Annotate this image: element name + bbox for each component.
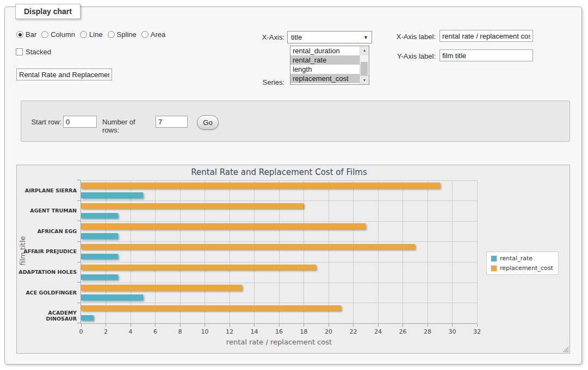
tick-mark (77, 262, 81, 262)
gridline (329, 180, 329, 323)
bar-replacement_cost[interactable] (81, 244, 415, 249)
stacked-checkbox-row[interactable]: Stacked (16, 48, 51, 56)
chart-title: Rental Rate and Replacement Cost of Film… (81, 167, 477, 177)
series-option-replacement_cost[interactable]: replacement_cost (290, 74, 360, 83)
radio-line[interactable] (80, 31, 87, 38)
resize-handle-icon[interactable] (562, 346, 569, 353)
gridline (81, 180, 477, 181)
x-axis-select[interactable]: title ▼ (287, 31, 372, 43)
bar-rental_rate[interactable] (81, 233, 118, 239)
x-tick-label: 0 (70, 328, 92, 335)
legend-item-rental_rate[interactable]: rental_rate (491, 255, 553, 262)
tick-mark (106, 324, 106, 327)
num-rows-input[interactable] (156, 116, 188, 128)
gridline (81, 283, 477, 283)
series-option-rental_duration[interactable]: rental_duration (290, 46, 360, 55)
gridline (81, 200, 477, 201)
x-tick-label: 16 (268, 328, 290, 335)
chart-type-radio-group: BarColumnLineSplineArea (16, 30, 165, 39)
num-rows-label: Number of rows: (102, 118, 153, 134)
radio-option-bar[interactable]: Bar (16, 30, 36, 39)
radio-label-line: Line (89, 30, 103, 39)
bar-rental_rate[interactable] (81, 315, 94, 321)
x-tick-label: 22 (343, 328, 364, 335)
radio-option-column[interactable]: Column (41, 30, 75, 39)
bar-rental_rate[interactable] (81, 254, 118, 259)
x-tick-label: 10 (194, 328, 216, 335)
gridline (403, 180, 403, 323)
series-scrollbar[interactable]: ▲ ▼ (360, 46, 369, 84)
gridline (477, 180, 478, 323)
start-row-input[interactable] (63, 116, 97, 128)
tick-mark (477, 324, 478, 327)
x-tick-label: 20 (318, 328, 339, 335)
gridline (254, 180, 255, 323)
tick-mark (378, 324, 379, 327)
bar-rental_rate[interactable] (81, 192, 143, 198)
legend-label: replacement_cost (500, 265, 553, 272)
gridline (155, 180, 156, 323)
tick-mark (304, 324, 304, 327)
gridline (205, 180, 205, 323)
chart-title-input[interactable] (16, 68, 112, 80)
radio-option-spline[interactable]: Spline (108, 30, 137, 39)
scroll-down-icon[interactable]: ▼ (360, 76, 369, 84)
category-label: ADAPTATION HOLES (17, 269, 77, 275)
series-option-rental_rate[interactable]: rental_rate (290, 55, 360, 65)
gridline (428, 180, 428, 323)
gridline (279, 180, 280, 323)
category-label: AGENT TRUMAN (17, 208, 77, 214)
gridline (106, 180, 106, 323)
go-button[interactable]: Go (197, 115, 219, 130)
tick-mark (77, 180, 81, 180)
gridline (81, 221, 477, 222)
x-tick-label: 6 (145, 328, 166, 335)
radio-spline[interactable] (108, 31, 115, 38)
radio-bar[interactable] (16, 31, 23, 38)
stacked-checkbox[interactable] (16, 48, 23, 55)
legend-swatch-replacement_cost (491, 265, 497, 272)
series-option-length[interactable]: length (290, 65, 360, 74)
category-label: AIRPLANE SIERRA (17, 187, 77, 193)
series-multiselect[interactable]: rental_durationrental_ratelengthreplacem… (290, 46, 369, 85)
gridline (131, 180, 131, 323)
scrollbar-thumb[interactable] (361, 62, 368, 76)
radio-column[interactable] (41, 31, 48, 38)
x-tick-label: 2 (95, 328, 117, 335)
category-label: AFFAIR PREJUDICE (17, 248, 77, 254)
legend-label: rental_rate (500, 255, 533, 262)
legend-item-replacement_cost[interactable]: replacement_cost (491, 265, 553, 272)
tick-mark (77, 200, 81, 201)
x-tick-label: 18 (293, 328, 315, 335)
series-field-label: Series: (242, 78, 284, 86)
tick-mark (205, 324, 205, 327)
x-tick-label: 26 (392, 328, 414, 335)
radio-option-line[interactable]: Line (80, 30, 103, 39)
bar-rental_rate[interactable] (81, 213, 118, 218)
category-label: AFRICAN EGG (17, 228, 77, 234)
x-tick-label: 12 (219, 328, 240, 335)
tick-mark (77, 323, 81, 323)
gridline (304, 180, 304, 323)
panel-title: Display chart (15, 4, 81, 19)
radio-option-area[interactable]: Area (141, 30, 165, 39)
bar-replacement_cost[interactable] (81, 305, 341, 311)
scroll-up-icon[interactable]: ▲ (360, 46, 369, 55)
bar-replacement_cost[interactable] (81, 223, 366, 229)
bar-rental_rate[interactable] (81, 274, 118, 280)
chart-area: Rental Rate and Replacement Cost of Film… (16, 165, 570, 354)
radio-area[interactable] (141, 31, 148, 38)
y-axis-label-input[interactable] (440, 49, 533, 61)
bar-replacement_cost[interactable] (81, 203, 304, 209)
bar-replacement_cost[interactable] (81, 265, 316, 270)
x-axis-label-input[interactable] (440, 30, 533, 42)
bar-rental_rate[interactable] (81, 294, 143, 300)
stacked-label: Stacked (26, 48, 51, 56)
bar-replacement_cost[interactable] (81, 285, 242, 290)
category-label: ACADEMY DINOSAUR (17, 310, 77, 322)
x-axis-field-label: X-Axis: (242, 33, 284, 41)
gridline (180, 180, 181, 323)
plot-area (81, 180, 477, 323)
tick-mark (353, 324, 354, 327)
bar-replacement_cost[interactable] (81, 183, 440, 188)
